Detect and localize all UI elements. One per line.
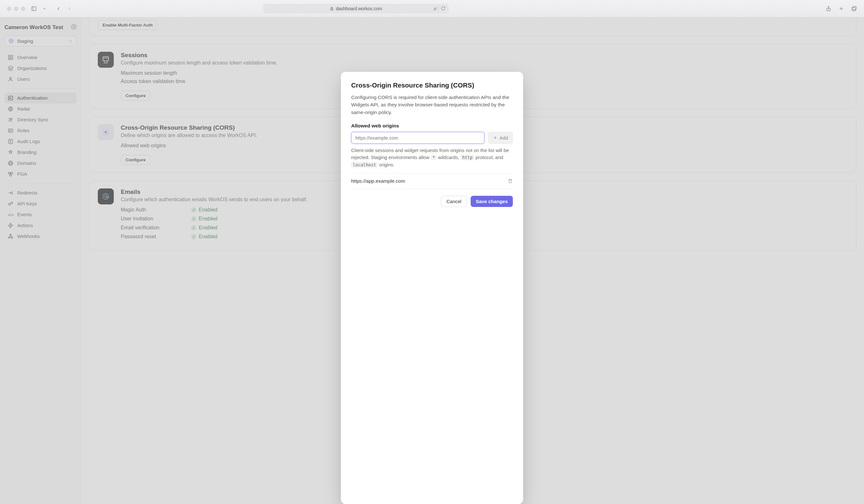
save-changes-button[interactable]: Save changes: [471, 196, 513, 207]
svg-rect-54: [509, 180, 512, 183]
svg-rect-0: [32, 7, 36, 11]
browser-chrome: dashboard.workos.com ᴀ⁺: [0, 0, 864, 17]
svg-rect-6: [853, 7, 856, 10]
url-text: dashboard.workos.com: [336, 6, 382, 11]
new-tab-icon[interactable]: [838, 6, 844, 12]
cors-modal: Cross-Origin Resource Sharing (CORS) Con…: [341, 72, 523, 504]
url-bar[interactable]: dashboard.workos.com ᴀ⁺: [263, 4, 448, 13]
modal-description: Configuring CORS is required for client-…: [351, 94, 513, 116]
origin-input[interactable]: [351, 132, 484, 144]
minimize-window[interactable]: [14, 7, 18, 11]
reload-icon[interactable]: [441, 6, 445, 11]
delete-origin-icon[interactable]: [508, 179, 513, 184]
origin-list-item: https://app.example.com: [351, 173, 513, 189]
modal-overlay[interactable]: Cross-Origin Resource Sharing (CORS) Con…: [0, 17, 864, 504]
add-label: Add: [500, 135, 508, 140]
origins-help-text: Client-side sessions and widget requests…: [351, 147, 513, 169]
forward-icon[interactable]: [67, 6, 72, 11]
tabs-icon[interactable]: [851, 6, 857, 12]
origin-url: https://app.example.com: [351, 178, 405, 184]
plus-icon: [493, 135, 497, 140]
close-window[interactable]: [7, 7, 11, 11]
origins-field-label: Allowed web origins: [351, 123, 513, 129]
traffic-lights: [7, 7, 25, 11]
translate-icon[interactable]: ᴀ⁺: [434, 6, 439, 11]
svg-rect-7: [852, 7, 855, 11]
sidebar-toggle-icon[interactable]: [31, 6, 37, 12]
add-origin-button[interactable]: Add: [488, 132, 513, 144]
cancel-button[interactable]: Cancel: [441, 196, 467, 207]
maximize-window[interactable]: [21, 7, 25, 11]
lock-icon: [330, 7, 334, 11]
svg-rect-2: [331, 8, 333, 10]
chevron-down-icon[interactable]: [43, 7, 46, 11]
modal-title: Cross-Origin Resource Sharing (CORS): [351, 82, 513, 89]
share-icon[interactable]: [826, 6, 831, 12]
back-icon[interactable]: [56, 6, 61, 11]
